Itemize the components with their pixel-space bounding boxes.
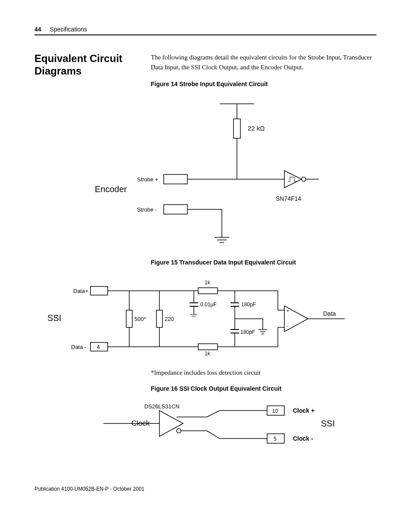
- section-name: Specifications: [50, 26, 87, 33]
- c2-label: 180pF: [241, 302, 256, 308]
- r1-label: 1k: [205, 280, 211, 286]
- chip-label: SN74F14: [276, 195, 301, 202]
- svg-rect-4: [164, 174, 187, 184]
- title-column: Equivalent Circuit Diagrams: [34, 53, 134, 91]
- ssi-label-fig16: SSI: [321, 419, 335, 428]
- svg-rect-24: [126, 310, 132, 327]
- resistor-label: 22 kΩ: [248, 124, 265, 132]
- figure15-caption: Figure 15 Transducer Data Input Equivale…: [151, 259, 377, 266]
- svg-rect-2: [234, 119, 240, 138]
- pin-top-label: 10: [272, 408, 278, 414]
- strobe-minus-label: Strobe -: [137, 206, 157, 213]
- figure16-caption: Figure 16 SSI Clock Output Equivalent Ci…: [151, 385, 377, 392]
- svg-line-62: [207, 431, 220, 439]
- strobe-plus-label: Strobe +: [137, 176, 159, 183]
- svg-rect-21: [198, 344, 218, 350]
- clock-plus-label: Clock +: [293, 407, 314, 414]
- svg-rect-27: [156, 310, 162, 327]
- c1-label: 0.01μF: [200, 302, 217, 308]
- figure15-note: *Impedance includes loss detection circu…: [151, 369, 377, 376]
- figure15-diagram: SSI Data+ 1k Data - 4 1k 500* 220 0.01μF…: [34, 269, 377, 364]
- pin-bot-label: 5: [274, 436, 277, 442]
- figure14-caption: Figure 14 Strobe Input Equivalent Circui…: [151, 81, 377, 87]
- ssi-label-fig15: SSI: [47, 313, 61, 323]
- data-plus-label: Data+: [73, 288, 88, 294]
- page-number: 44: [34, 26, 41, 33]
- svg-rect-17: [198, 288, 218, 294]
- svg-rect-15: [90, 286, 108, 295]
- publication-footer: Publication 4100-UM052B-EN-P - October 2…: [34, 486, 377, 492]
- figure14-diagram: 22 kΩ Encoder Strobe + SN74F14 Strobe -: [34, 95, 377, 250]
- svg-point-59: [177, 429, 181, 433]
- section-title: Equivalent Circuit Diagrams: [34, 53, 134, 78]
- svg-text:+: +: [286, 308, 289, 313]
- chip-label-fig16: DS26LS31CN: [144, 403, 180, 410]
- svg-line-61: [207, 411, 220, 417]
- data-out-label: Data: [323, 310, 336, 317]
- encoder-label: Encoder: [95, 184, 127, 194]
- svg-rect-9: [164, 205, 187, 214]
- c3-label: 180pF: [240, 329, 255, 335]
- data-minus-label: Data -: [71, 344, 86, 350]
- content-columns: Equivalent Circuit Diagrams The followin…: [34, 53, 377, 91]
- pin4-label: 4: [97, 344, 100, 350]
- body-column: The following diagrams detail the equiva…: [151, 53, 377, 91]
- clock-minus-label: Clock -: [293, 435, 313, 442]
- r3-label: 500*: [134, 316, 146, 322]
- svg-text:-: -: [286, 324, 288, 328]
- figure16-diagram: Clock DS26LS31CN 10 5 Clock + Clock - SS…: [34, 395, 377, 451]
- svg-marker-6: [284, 171, 302, 188]
- page-header: 44 Specifications: [34, 26, 377, 35]
- r2-label: 1k: [205, 351, 211, 357]
- intro-text: The following diagrams detail the equiva…: [151, 53, 377, 72]
- r4-label: 220: [165, 316, 174, 322]
